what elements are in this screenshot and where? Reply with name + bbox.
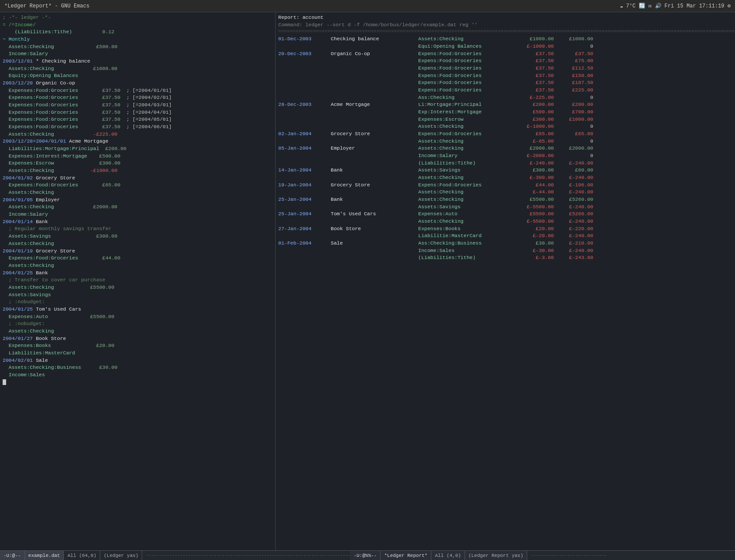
report-line: Expens:Food:Groceries £37.50 £112.50 <box>278 65 732 72</box>
left-line: Income:Salary <box>3 50 273 58</box>
status-right-filename: *Ledger Report* <box>381 551 431 560</box>
status-left-filename: example.dat <box>25 551 64 560</box>
left-line: 2004/01/25 Bank <box>3 270 273 277</box>
report-line: 01-Feb-2004 Sale Ass:Checking:Business £… <box>278 240 732 247</box>
left-line: Assets:Checking -£1000.00 <box>3 167 273 175</box>
left-editor-pane[interactable]: ; -*- ledger -*-= /^Income/ (Liabilities… <box>0 12 276 550</box>
left-line: Liabilities:MasterCard <box>3 350 273 357</box>
left-line: Expenses:Auto £5500.00 <box>3 313 273 321</box>
titlebar: *Ledger Report* - GNU Emacs ☁ 7°C 🔄 ✉ 🔊 … <box>0 0 735 12</box>
report-line: Assets:Checking £-65.00 0 <box>278 138 732 145</box>
report-line: 25-Jan-2004 Tom's Used Cars Expenses:Aut… <box>278 210 732 218</box>
left-line: 2004/01/25 Tom's Used Cars <box>3 306 273 313</box>
report-line: 01-Dec-2003 Checking balance Assets:Chec… <box>278 35 732 43</box>
report-line: Equi:Opening Balances £-1000.00 0 <box>278 43 732 50</box>
report-line: Income:Salary £-2000.00 0 <box>278 152 732 160</box>
left-line: 2004/01/14 Bank <box>3 218 273 226</box>
statusbar: -U:@-- example.dat All (64,0) (Ledger ya… <box>0 550 735 560</box>
left-line: 2003/12/28=2004/01/01 Acme Mortgage <box>3 138 273 145</box>
left-line: Assets:Checking £2000.00 <box>3 203 273 211</box>
report-line: 25-Jan-2004 Bank Assets:Checking £5500.0… <box>278 196 732 203</box>
report-line: Liabilitie:MasterCard £-20.00 £-240.00 <box>278 232 732 240</box>
report-entries: 01-Dec-2003 Checking balance Assets:Chec… <box>278 35 732 262</box>
report-line: Assets:Checking £-1000.00 0 <box>278 123 732 130</box>
left-line: Expenses:Food:Groceries £37.50 ; [=2004/… <box>3 87 273 94</box>
status-fill-right: ----------------------------- <box>527 553 735 558</box>
report-line: Assets:Checking £-5500.00 £-240.00 <box>278 218 732 225</box>
left-line: Expenses:Food:Groceries £37.50 ; [=2004/… <box>3 94 273 102</box>
report-line: 19-Jan-2004 Grocery Store Expens:Food:Gr… <box>278 182 732 189</box>
report-separator: ========================================… <box>278 28 732 35</box>
status-right-mode2: (Ledger Report yas) <box>465 551 527 560</box>
report-line: Ass:Checking £-225.00 0 <box>278 94 732 102</box>
status-right-mode: -U:@%%-- <box>350 551 381 560</box>
report-line: Expens:Food:Groceries £37.50 £75.00 <box>278 57 732 65</box>
report-line: Expens:Food:Groceries £37.50 £187.50 <box>278 79 732 87</box>
left-line: Expenses:Food:Groceries £37.50 ; [=2004/… <box>3 116 273 123</box>
left-line: Expenses:Food:Groceries £37.50 ; [=2004/… <box>3 102 273 109</box>
right-report-pane[interactable]: Report: account Command: ledger --sort d… <box>276 12 735 550</box>
report-line: Assets:Checking £-300.00 £-240.00 <box>278 174 732 182</box>
status-left-info: All (64,0) <box>64 551 100 560</box>
left-line: Expenses:Food:Groceries £65.00 <box>3 182 273 189</box>
left-line: Income:Sales <box>3 371 273 379</box>
report-line: Expens:Food:Groceries £37.50 £225.00 <box>278 87 732 94</box>
left-line: = /^Income/ <box>3 21 273 29</box>
left-line: Assets:Checking:Business £30.00 <box>3 364 273 371</box>
left-line <box>3 379 273 386</box>
left-line: 2003/12/20 Organic Co-op <box>3 80 273 87</box>
left-line: Liabilities:Mortgage:Principal £200.00 <box>3 145 273 153</box>
left-line: Assets:Savings £300.00 <box>3 233 273 240</box>
left-line: 2003/12/01 * Checking balance <box>3 58 273 65</box>
report-header: Report: account Command: ledger --sort d… <box>278 14 732 35</box>
left-line: 2004/02/01 Sale <box>3 357 273 364</box>
left-line: ; :nobudget: <box>3 298 273 306</box>
left-line: (Liabilities:Tithe) 0.12 <box>3 28 273 36</box>
left-content: ; -*- ledger -*-= /^Income/ (Liabilities… <box>3 14 273 386</box>
status-left-mode2: (Ledger yas) <box>100 551 142 560</box>
report-title-line: Report: account <box>278 14 732 21</box>
left-line: Expenses:Food:Groceries £37.50 ; [=2004/… <box>3 123 273 131</box>
status-left-mode: -U:@-- <box>0 551 25 560</box>
left-line: 2004/01/27 Book Store <box>3 335 273 343</box>
report-line: 14-Jan-2004 Bank Assets:Savings £300.00 … <box>278 167 732 174</box>
status-right-info: All (4,0) <box>431 551 465 560</box>
report-line: Expenses:Escrow £300.00 £1000.00 <box>278 116 732 123</box>
report-line: 27-Jan-2004 Book Store Expenses:Books £2… <box>278 225 732 233</box>
report-line: Expens:Food:Groceries £37.50 £150.00 <box>278 72 732 80</box>
left-line: Assets:Checking -£225.00 <box>3 131 273 138</box>
main-area: ; -*- ledger -*-= /^Income/ (Liabilities… <box>0 12 735 550</box>
left-line: Equity:Opening Balances <box>3 72 273 80</box>
left-line: Assets:Checking <box>3 262 273 270</box>
left-line: Expenses:Escrow £300.00 <box>3 160 273 167</box>
left-line: Assets:Checking £500.00 <box>3 43 273 51</box>
left-line: Assets:Checking <box>3 240 273 248</box>
left-line: Expenses:Books £20.00 <box>3 342 273 350</box>
report-command-line: Command: ledger --sort d -f /home/borbus… <box>278 21 732 29</box>
report-line: Assets:Checking £-44.00 £-240.00 <box>278 189 732 196</box>
report-line: Exp:Interest:Mortgage £500.00 £700.00 <box>278 108 732 116</box>
left-line: 2004/01/05 Employer <box>3 196 273 204</box>
report-line: (Liabilities:Tithe) £-240.00 £-240.00 <box>278 160 732 167</box>
report-line: (Liabilities:Tithe) £-3.60 £-243.60 <box>278 254 732 262</box>
left-line: ; Transfer to cover car purchase <box>3 276 273 284</box>
titlebar-right: ☁ 7°C 🔄 ✉ 🔊 Fri 15 Mar 17:11:19 ⚙ <box>620 3 731 9</box>
left-line: Expenses:Food:Groceries £37.50 ; [=2004/… <box>3 109 273 116</box>
left-line: 2004/01/02 Grocery Store <box>3 175 273 182</box>
left-line: Assets:Checking <box>3 328 273 335</box>
left-line: Assets:Checking £1000.00 <box>3 65 273 73</box>
left-line: Assets:Checking £5500.00 <box>3 284 273 291</box>
left-line: ; :nobudget: <box>3 320 273 328</box>
report-line: 02-Jan-2004 Grocery Store Expens:Food:Gr… <box>278 130 732 138</box>
left-line: ; -*- ledger -*- <box>3 14 273 21</box>
left-line: ; Regular monthly savings transfer <box>3 225 273 233</box>
left-line: Expenses:Interest:Mortgage £500.00 <box>3 153 273 160</box>
titlebar-title: *Ledger Report* - GNU Emacs <box>4 3 89 9</box>
left-line: ~ Monthly <box>3 36 273 43</box>
report-line: Income:Sales £-30.00 £-240.00 <box>278 247 732 255</box>
left-line: Assets:Savings <box>3 291 273 299</box>
report-line: 05-Jan-2004 Employer Assets:Checking £20… <box>278 145 732 152</box>
status-fill-left: ----------------------------------------… <box>142 553 350 558</box>
left-line: 2004/01/19 Grocery Store <box>3 248 273 255</box>
report-line: 20-Dec-2003 Organic Co-op Expens:Food:Gr… <box>278 50 732 58</box>
